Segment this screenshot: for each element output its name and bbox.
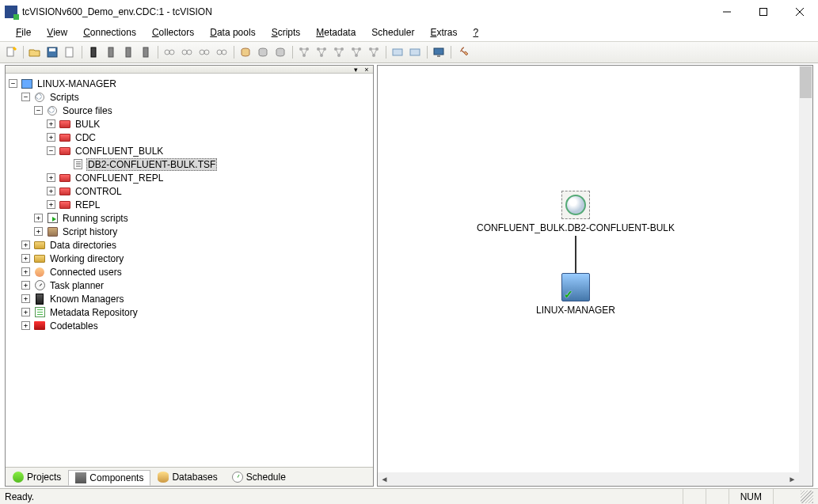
status-empty-3 [773,489,796,504]
expand-toggle[interactable]: + [21,308,30,316]
maximize-button[interactable] [745,0,782,23]
tb-link2-icon[interactable] [179,44,195,60]
tb-cfg1-icon[interactable] [390,44,405,60]
pane-menu-icon[interactable]: ▾ [351,66,360,73]
tb-server1-icon[interactable] [86,44,101,60]
expand-toggle[interactable]: + [34,214,43,222]
menu-scheduler[interactable]: Scheduler [365,25,420,40]
expand-toggle[interactable]: + [47,187,55,195]
tb-net4-icon[interactable] [348,44,364,60]
minimize-button[interactable] [709,0,745,23]
resize-grip-icon[interactable] [801,491,813,503]
menu-collectors[interactable]: Collectors [146,25,200,40]
db-icon [158,472,169,483]
expand-toggle[interactable]: + [47,133,55,142]
scroll-right-icon[interactable]: ► [786,475,799,483]
menu-file[interactable]: File [10,25,37,40]
tree-item[interactable]: Known Managers [48,294,125,305]
expand-toggle[interactable]: + [21,281,30,290]
tree-item[interactable]: CONFLUENT_BULK [74,146,165,157]
expand-toggle[interactable]: − [34,106,43,115]
tree-item[interactable]: Codetables [48,320,100,332]
menu-help[interactable]: ? [466,25,485,40]
expand-toggle[interactable]: + [34,227,43,236]
app-icon [5,6,17,18]
tree-item[interactable]: Metadata Repository [48,307,139,318]
person-icon [33,266,46,279]
tree-item[interactable]: Connected users [48,267,124,278]
diagram-pane[interactable]: CONFLUENT_BULK.DB2-CONFLUENT-BULK LINUX-… [377,65,813,487]
tb-net1-icon[interactable] [296,44,312,60]
tree-item[interactable]: Data directories [48,240,118,251]
tb-net2-icon[interactable] [314,44,329,60]
menu-metadata[interactable]: Metadata [310,25,362,40]
expand-toggle[interactable]: + [21,267,30,276]
tree-root[interactable]: LINUX-MANAGER [36,78,118,89]
svg-point-14 [204,50,209,55]
menu-connections[interactable]: Connections [77,25,143,40]
close-button[interactable] [782,0,818,23]
tree-item[interactable]: CONFLUENT_REPL [74,172,165,184]
menu-view[interactable]: View [40,25,74,40]
tb-save-icon[interactable] [44,44,60,60]
menu-data-pools[interactable]: Data pools [204,25,261,40]
tb-server3-icon[interactable] [120,44,136,60]
menu-scripts[interactable]: Scripts [265,25,307,40]
tb-new-icon[interactable] [3,44,19,60]
svg-rect-1 [7,47,13,56]
vertical-scrollbar[interactable] [799,66,812,472]
tb-open-icon[interactable] [27,44,43,60]
pane-close-icon[interactable]: × [362,66,371,73]
tb-db2-icon[interactable] [255,44,271,60]
expand-toggle[interactable]: + [21,321,30,330]
tb-server4-icon[interactable] [138,44,154,60]
tb-server2-icon[interactable] [103,44,119,60]
run-icon [46,212,59,225]
expand-toggle[interactable]: + [21,294,30,303]
tree-view[interactable]: −LINUX-MANAGER −Scripts −Source files +B… [6,74,373,467]
tree-item-selected[interactable]: DB2-CONFLUENT-BULK.TSF [86,158,217,171]
schedule-icon [232,472,243,483]
expand-toggle[interactable]: + [47,173,55,182]
tree-item[interactable]: CDC [74,132,97,143]
tb-doc-icon[interactable] [62,44,78,60]
tb-link4-icon[interactable] [214,44,230,60]
tree-item[interactable]: Source files [61,105,114,116]
diagram-node[interactable]: CONFLUENT_BULK.DB2-CONFLUENT-BULK [465,191,687,233]
tree-item[interactable]: Scripts [48,92,81,103]
tb-db1-icon[interactable] [238,44,253,60]
tree-item[interactable]: REPL [74,199,101,210]
tab-components[interactable]: Components [68,470,150,486]
tree-item[interactable]: CONTROL [74,186,124,197]
menu-extras[interactable]: Extras [424,25,463,40]
tree-item[interactable]: Running scripts [61,213,130,224]
tb-link3-icon[interactable] [196,44,212,60]
tree-item[interactable]: Task planner [48,280,105,291]
tb-net5-icon[interactable] [366,44,382,60]
scroll-thumb[interactable] [800,66,812,98]
expand-toggle[interactable]: + [47,200,55,209]
tb-cfg2-icon[interactable] [407,44,423,60]
tab-databases[interactable]: Databases [150,469,224,485]
horizontal-scrollbar[interactable]: ◄► [378,472,799,486]
tb-db3-icon[interactable] [272,44,288,60]
tab-schedule[interactable]: Schedule [225,469,293,485]
tab-projects[interactable]: Projects [6,469,68,485]
scroll-left-icon[interactable]: ◄ [378,475,391,483]
tb-mon-icon[interactable] [431,44,447,60]
expand-toggle[interactable]: − [9,79,17,88]
expand-toggle[interactable]: + [47,119,55,128]
tree-item[interactable]: BULK [74,119,101,130]
diagram-node[interactable]: LINUX-MANAGER [520,273,631,316]
tb-link1-icon[interactable] [162,44,177,60]
tb-net3-icon[interactable] [331,44,347,60]
expand-toggle[interactable]: − [47,146,55,155]
svg-rect-0 [760,8,767,15]
expand-toggle[interactable]: + [21,241,30,249]
tree-item[interactable]: Working directory [48,253,125,264]
expand-toggle[interactable]: + [21,254,30,263]
components-icon [75,472,86,483]
expand-toggle[interactable]: − [21,93,30,101]
tree-item[interactable]: Script history [61,226,119,237]
tb-wrench-icon[interactable] [455,44,470,60]
